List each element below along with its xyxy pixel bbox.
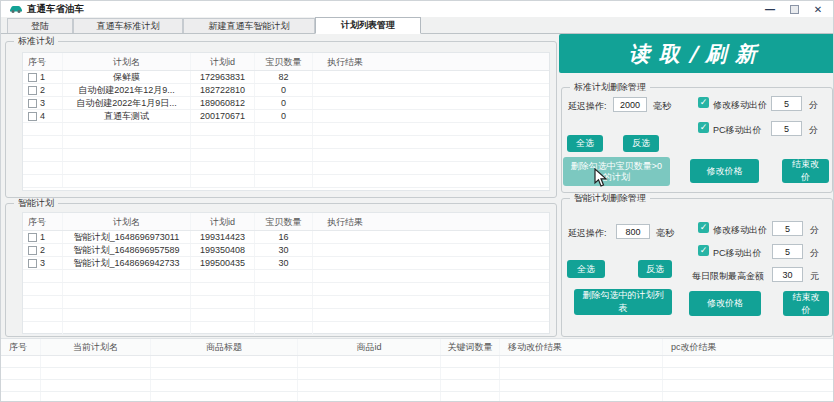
col-mobile-result: 移动改价结果 — [500, 339, 663, 355]
table-row[interactable]: 3 智能计划_1648696942733 199500435 30 — [23, 257, 549, 270]
title-bar: 直通车省油车 — ✕ — [1, 1, 833, 17]
delay-label: 延迟操作: — [568, 227, 607, 240]
invert-select-button[interactable]: 反选 — [623, 135, 659, 152]
col-seq: 序号 — [23, 213, 63, 230]
col-plan-id: 计划id — [191, 53, 255, 70]
table-row[interactable]: 1 智能计划_1648696973011 199314423 16 — [23, 231, 549, 244]
pc-bid-unit: 分 — [809, 124, 818, 137]
pc-bid-unit: 分 — [810, 247, 819, 260]
col-seq: 序号 — [23, 53, 63, 70]
table-row[interactable]: 2 自动创建2021年12月9... 182722810 0 — [23, 84, 549, 97]
row-checkbox[interactable] — [28, 112, 37, 121]
standard-manage-group-title: 标准计划删除管理 — [570, 82, 650, 93]
daily-limit-unit: 元 — [810, 270, 819, 283]
smart-manage-group-title: 智能计划删除管理 — [570, 193, 650, 204]
empty-row — [23, 136, 549, 149]
daily-limit-label: 每日限制最高金额 — [692, 270, 764, 283]
empty-row — [23, 162, 549, 175]
standard-manage-group: 标准计划删除管理 延迟操作: 毫秒 ✓ 修改移动出价 分 ✓ PC移动出价 分 … — [561, 87, 833, 193]
close-icon[interactable]: ✕ — [811, 3, 825, 16]
pc-bid-input[interactable] — [772, 244, 803, 259]
mobile-bid-label: 修改移动出价 — [713, 224, 767, 237]
mobile-bid-checkbox[interactable]: ✓ — [698, 222, 709, 233]
mobile-bid-input[interactable] — [771, 96, 802, 111]
delay-label: 延迟操作: — [568, 100, 607, 113]
col-current-plan-name: 当前计划名 — [41, 339, 151, 355]
mobile-bid-input[interactable] — [772, 221, 803, 236]
select-all-button[interactable]: 全选 — [567, 260, 605, 278]
delay-input[interactable] — [613, 97, 647, 112]
end-modify-button[interactable]: 结束改价 — [782, 159, 829, 183]
delay-input[interactable] — [616, 224, 650, 239]
tab-new-smart-plan[interactable]: 新建直通车智能计划 — [183, 18, 315, 33]
empty-row — [23, 123, 549, 136]
end-modify-button[interactable]: 结束改价 — [783, 291, 829, 316]
col-name: 计划名 — [63, 213, 191, 230]
col-item-count: 宝贝数量 — [255, 53, 313, 70]
empty-row — [1, 380, 834, 392]
modify-price-button[interactable]: 修改价格 — [690, 159, 759, 183]
table-header-row: 序号 计划名 计划id 宝贝数量 执行结果 — [23, 213, 549, 231]
tab-bar: 登陆 直通车标准计划 新建直通车智能计划 计划列表管理 — [1, 17, 833, 34]
invert-select-button[interactable]: 反选 — [638, 260, 672, 278]
smart-plans-table: 序号 计划名 计划id 宝贝数量 执行结果 1 智能计划_16486969730… — [22, 212, 550, 334]
pc-bid-checkbox[interactable]: ✓ — [698, 122, 709, 133]
col-name: 计划名 — [63, 53, 191, 70]
empty-row — [1, 392, 834, 402]
table-row[interactable]: 2 智能计划_1648696957589 199350408 30 — [23, 244, 549, 257]
empty-row — [1, 368, 834, 380]
empty-row — [1, 356, 834, 368]
pc-bid-label: PC移动出价 — [713, 247, 762, 260]
delete-checked-plan-list-button[interactable]: 删除勾选中的计划列表 — [574, 289, 672, 315]
mobile-bid-label: 修改移动出价 — [713, 99, 767, 112]
empty-row — [23, 283, 549, 296]
daily-limit-input[interactable] — [772, 267, 803, 282]
standard-plans-group-title: 标准计划 — [14, 36, 58, 47]
smart-plans-group-title: 智能计划 — [14, 198, 58, 209]
empty-row — [23, 296, 549, 309]
table-header-row: 序号 计划名 计划id 宝贝数量 执行结果 — [23, 53, 549, 71]
table-row[interactable]: 1 保鲜膜 172963831 82 — [23, 71, 549, 84]
empty-row — [23, 149, 549, 162]
col-pc-result: pc改价结果 — [663, 339, 834, 355]
minimize-icon[interactable]: — — [763, 3, 777, 16]
delay-unit: 毫秒 — [656, 227, 674, 240]
col-plan-id: 计划id — [191, 213, 255, 230]
car-icon — [9, 4, 23, 14]
mobile-bid-unit: 分 — [809, 99, 818, 112]
empty-row — [23, 270, 549, 283]
select-all-button[interactable]: 全选 — [567, 135, 603, 152]
smart-manage-group: 智能计划删除管理 延迟操作: 毫秒 ✓ 修改移动出价 分 ✓ PC移动出价 分 … — [561, 198, 833, 337]
empty-row — [23, 322, 549, 335]
tab-plan-list-manage[interactable]: 计划列表管理 — [315, 17, 421, 34]
standard-plans-table: 序号 计划名 计划id 宝贝数量 执行结果 1 保鲜膜 172963831 82… — [22, 52, 550, 191]
col-result: 执行结果 — [313, 53, 549, 70]
table-row[interactable]: 4 直通车测试 200170671 0 — [23, 110, 549, 123]
col-item-title: 商品标题 — [151, 339, 298, 355]
row-checkbox[interactable] — [28, 233, 37, 242]
window-title: 直通车省油车 — [27, 3, 84, 16]
delete-checked-plans-button[interactable]: 删除勾选中宝贝数量>0 的计划 — [563, 157, 670, 186]
row-checkbox[interactable] — [28, 246, 37, 255]
mobile-bid-checkbox[interactable]: ✓ — [698, 97, 709, 108]
mobile-bid-unit: 分 — [810, 224, 819, 237]
delay-unit: 毫秒 — [653, 100, 671, 113]
pc-bid-checkbox[interactable]: ✓ — [698, 245, 709, 256]
pc-bid-input[interactable] — [771, 121, 802, 136]
result-table: 序号 当前计划名 商品标题 商品id 关键词数量 移动改价结果 pc改价结果 — [1, 338, 834, 402]
pc-bid-label: PC移动出价 — [713, 124, 762, 137]
smart-plans-group: 智能计划 序号 计划名 计划id 宝贝数量 执行结果 1 智能计划_164869… — [5, 203, 557, 337]
row-checkbox[interactable] — [28, 86, 37, 95]
row-checkbox[interactable] — [28, 73, 37, 82]
col-result: 执行结果 — [313, 213, 549, 230]
row-checkbox[interactable] — [28, 259, 37, 268]
row-checkbox[interactable] — [28, 99, 37, 108]
tab-standard-plan[interactable]: 直通车标准计划 — [73, 18, 183, 33]
table-row[interactable]: 3 自动创建2022年1月9日... 189060812 0 — [23, 97, 549, 110]
col-item-count: 宝贝数量 — [255, 213, 313, 230]
maximize-icon[interactable] — [787, 3, 801, 16]
modify-price-button[interactable]: 修改价格 — [689, 291, 761, 316]
tab-login[interactable]: 登陆 — [7, 18, 73, 33]
read-refresh-button[interactable]: 读取/刷新 — [559, 34, 834, 73]
empty-row — [23, 175, 549, 188]
